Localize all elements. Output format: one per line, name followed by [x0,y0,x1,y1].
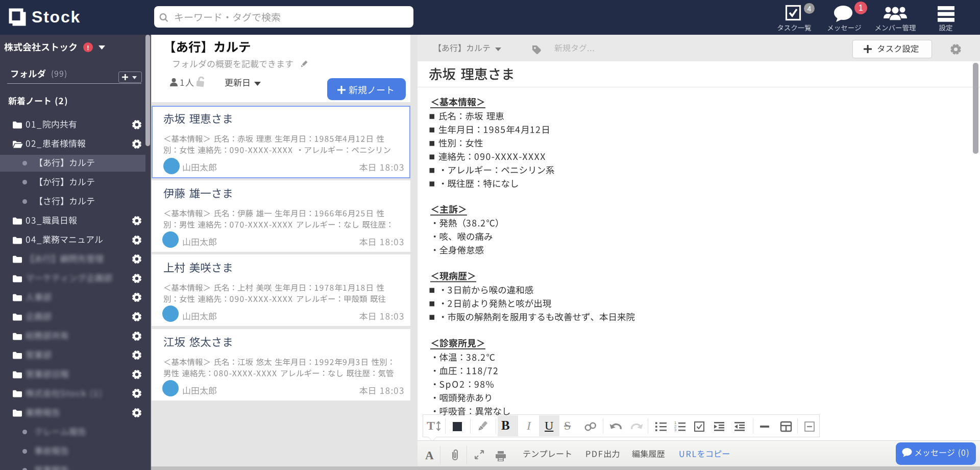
svg-text:3: 3 [674,428,676,432]
svg-text:4: 4 [807,5,812,13]
svg-text:!: ! [87,44,89,52]
svg-text:1: 1 [859,4,863,12]
